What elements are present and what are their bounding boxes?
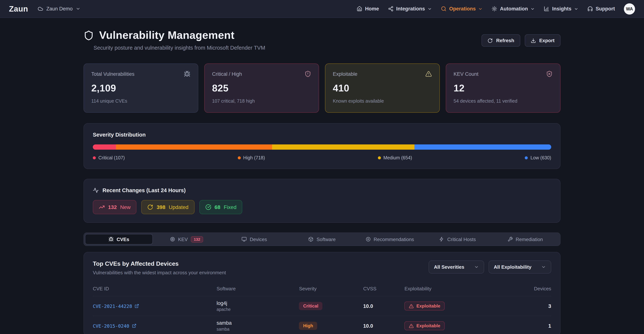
- chevron-down-icon: [478, 7, 483, 11]
- user-avatar[interactable]: WA: [624, 3, 635, 14]
- tab-cves[interactable]: CVEs: [85, 234, 152, 244]
- tab-software[interactable]: Software: [288, 234, 356, 244]
- severity-distribution-panel: Severity Distribution Critical (107) Hig…: [84, 123, 560, 169]
- chevron-down-icon: [530, 7, 535, 11]
- legend-dot: [378, 156, 381, 159]
- navbar: Zaun Zaun Demo Home Integrations Operati…: [0, 0, 644, 18]
- nav-item-automation[interactable]: Automation: [492, 6, 535, 12]
- tab-recommendations[interactable]: Recommendations: [356, 234, 424, 244]
- support-icon: [588, 6, 593, 12]
- integrations-icon: [388, 6, 394, 12]
- chip-fixed: 68 Fixed: [199, 200, 242, 214]
- nav-item-support[interactable]: Support: [588, 6, 615, 12]
- col-severity: Severity: [299, 286, 363, 291]
- top-cves-panel: Top CVEs by Affected Devices Vulnerabili…: [84, 252, 560, 334]
- stat-subtext: Known exploits available: [333, 98, 432, 104]
- nav-item-integrations[interactable]: Integrations: [388, 6, 432, 12]
- stat-value: 2,109: [91, 82, 190, 94]
- stat-subtext: 114 unique CVEs: [91, 98, 190, 104]
- severity-segment: [93, 144, 116, 150]
- legend-item-high: High (718): [238, 155, 265, 160]
- legend-item-low: Low (630): [525, 155, 551, 160]
- external-link-icon: [132, 323, 136, 328]
- table-row: CVE-2015-0240 samba samba High 10.0 Expl…: [93, 316, 551, 334]
- check-circle-icon: [205, 204, 211, 210]
- app-root: Zaun Zaun Demo Home Integrations Operati…: [0, 0, 644, 334]
- operations-icon: [441, 6, 446, 12]
- tenant-label: Zaun Demo: [46, 6, 73, 12]
- table-header-row: CVE ID Software Severity CVSS Exploitabi…: [93, 284, 551, 296]
- severity-filter-select[interactable]: All Severities: [428, 260, 484, 274]
- shield-alert-icon: [304, 71, 311, 77]
- refresh-icon: [148, 204, 153, 210]
- activity-icon: [93, 187, 99, 193]
- software-name: log4j: [216, 300, 299, 306]
- stat-subtext: 54 devices affected, 11 verified: [454, 98, 553, 104]
- kev-count-badge: 132: [191, 236, 203, 242]
- table-filters: All Severities All Exploitability: [428, 260, 551, 274]
- tab-devices[interactable]: Devices: [220, 234, 288, 244]
- tab-remediation[interactable]: Remediation: [492, 234, 559, 244]
- chevron-down-icon: [428, 7, 432, 11]
- export-button[interactable]: Export: [525, 34, 560, 47]
- stat-card-total-vulnerabilities: Total Vulnerabilities 2,109 114 unique C…: [84, 63, 198, 113]
- brand-logo[interactable]: Zaun: [9, 4, 28, 13]
- exploitability-badge: Exploitable: [404, 301, 445, 310]
- recent-changes-chips: 132 New 398 Updated 68 Fixed: [93, 200, 551, 214]
- zap-icon: [439, 237, 444, 242]
- automation-icon: [492, 6, 497, 12]
- software-vendor: apache: [216, 307, 299, 312]
- col-devices: Devices: [505, 286, 551, 291]
- recent-changes-title: Recent Changes (Last 24 Hours): [93, 187, 551, 193]
- nav-item-insights[interactable]: Insights: [544, 6, 578, 12]
- home-icon: [357, 6, 362, 12]
- legend-dot: [93, 156, 96, 159]
- chevron-down-icon: [574, 7, 578, 11]
- cvss-score: 10.0: [363, 303, 404, 309]
- devices-count: 1: [505, 323, 551, 329]
- tab-bar: CVEs KEV 132 Devices Software Recommenda…: [84, 233, 560, 246]
- exploitability-filter-select[interactable]: All Exploitability: [488, 260, 551, 274]
- bug-icon: [184, 71, 190, 77]
- bug-icon: [108, 237, 114, 242]
- severity-badge: High: [299, 322, 317, 330]
- external-link-icon: [135, 304, 139, 308]
- stat-value: 410: [333, 82, 432, 94]
- cve-link[interactable]: CVE-2015-0240: [93, 323, 136, 328]
- nav-item-operations[interactable]: Operations: [441, 6, 483, 12]
- col-software: Software: [216, 286, 299, 291]
- refresh-button[interactable]: Refresh: [482, 34, 520, 47]
- col-exploitability: Exploitability: [404, 286, 505, 291]
- alert-triangle-icon: [409, 304, 414, 308]
- circle-dot-icon: [366, 237, 371, 242]
- stat-card-kev-count: KEV Count 12 54 devices affected, 11 ver…: [446, 63, 560, 113]
- page-title: Vulnerability Management: [84, 29, 265, 41]
- cloud-icon: [38, 6, 44, 12]
- software-vendor: samba: [216, 327, 299, 331]
- package-icon: [308, 237, 314, 242]
- cve-link[interactable]: CVE-2021-44228: [93, 303, 139, 309]
- stat-value: 825: [212, 82, 311, 94]
- tenant-selector[interactable]: Zaun Demo: [38, 6, 80, 12]
- table-row: CVE-2021-44228 log4j apache Critical 10.…: [93, 296, 551, 316]
- col-cve-id: CVE ID: [93, 286, 216, 291]
- table-subtitle: Vulnerabilities with the widest impact a…: [93, 270, 226, 275]
- stat-subtext: 107 critical, 718 high: [212, 98, 311, 104]
- insights-icon: [544, 6, 550, 12]
- stat-card-critical-high: Critical / High 825 107 critical, 718 hi…: [204, 63, 319, 113]
- shield-x-icon: [546, 71, 553, 77]
- severity-title: Severity Distribution: [93, 132, 551, 138]
- tab-critical-hosts[interactable]: Critical Hosts: [424, 234, 491, 244]
- refresh-icon: [488, 38, 493, 43]
- devices-count: 3: [505, 303, 551, 309]
- severity-segment: [272, 144, 414, 150]
- cve-table: CVE ID Software Severity CVSS Exploitabi…: [93, 284, 551, 334]
- tab-kev[interactable]: KEV 132: [152, 234, 220, 244]
- chip-updated: 398 Updated: [142, 200, 194, 214]
- severity-segment: [414, 144, 551, 150]
- exploitability-badge: Exploitable: [404, 321, 445, 330]
- legend-dot: [525, 156, 528, 159]
- wrench-icon: [508, 237, 513, 242]
- recent-changes-panel: Recent Changes (Last 24 Hours) 132 New 3…: [84, 179, 560, 223]
- nav-item-home[interactable]: Home: [357, 6, 379, 12]
